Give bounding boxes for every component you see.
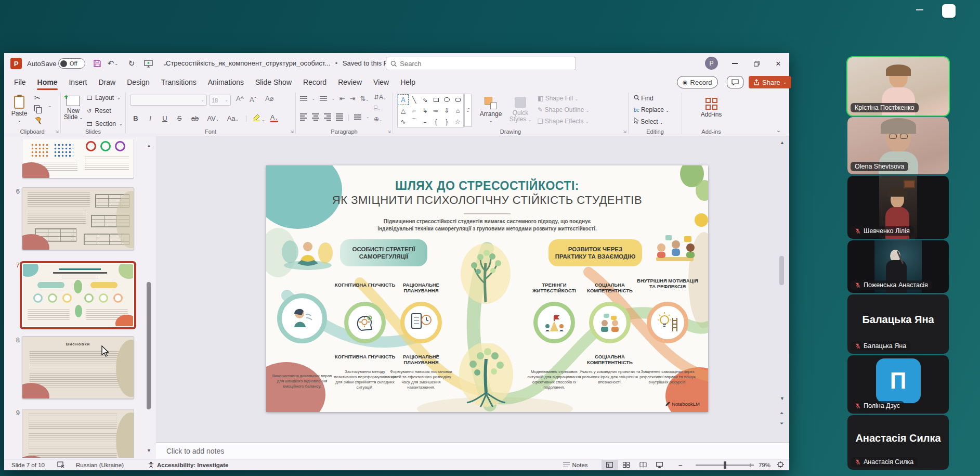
drawing-dialog-launcher[interactable]: ⇲ [623, 130, 626, 134]
notes-placeholder[interactable]: Click to add notes [166, 447, 224, 455]
slide-scrollbar[interactable] [779, 256, 784, 285]
zoom-slider-thumb[interactable] [724, 461, 726, 469]
thumbnail-slide-9[interactable] [22, 409, 134, 458]
record-button[interactable]: ◉Record [677, 76, 718, 88]
text-direction-button[interactable]: ⇵A⌄ [374, 94, 386, 101]
tab-file[interactable]: File [8, 75, 32, 89]
columns-button[interactable] [354, 114, 361, 120]
clipboard-dialog-launcher[interactable]: ⇲ [55, 130, 59, 134]
collapse-ribbon-chevron-icon[interactable]: ⌄ [776, 127, 781, 134]
search-input[interactable] [400, 60, 571, 68]
underline-button[interactable]: U [160, 114, 169, 122]
minimize-button[interactable] [724, 53, 746, 74]
convert-smartart-button[interactable]: ⊕⌄ [374, 115, 386, 123]
change-case-button[interactable]: Aa⌄ [226, 114, 240, 122]
participant-tile-balatska[interactable]: Балацька Яна Балацька Яна [847, 294, 949, 354]
proofing-icon[interactable] [57, 461, 64, 469]
strikethrough-button[interactable]: ab [189, 114, 201, 122]
comments-button[interactable] [727, 76, 743, 88]
save-button[interactable] [90, 57, 104, 70]
thumbnail-slide-6[interactable] [22, 187, 134, 250]
undo-button[interactable]: ↶⌄ [106, 57, 120, 70]
new-slide-button[interactable]: + New Slide ⌄ [62, 93, 85, 121]
floating-window-icon[interactable] [942, 4, 956, 18]
tab-review[interactable]: Review [332, 75, 368, 89]
zoom-level[interactable]: 79% [759, 462, 770, 468]
cut-button[interactable]: ✂ [34, 94, 41, 102]
close-button[interactable]: ✕ [767, 53, 789, 74]
participant-tile-polina[interactable]: П Поліна Дзус [847, 355, 949, 414]
notes-panel[interactable]: Click to add notes [156, 442, 789, 459]
bullets-button[interactable] [300, 96, 307, 101]
tab-draw[interactable]: Draw [93, 75, 121, 89]
autosave-toggle[interactable]: Off [58, 58, 85, 69]
tab-view[interactable]: View [368, 75, 395, 89]
tab-insert[interactable]: Insert [63, 75, 93, 89]
paste-options-chevron-icon[interactable]: ⌄ [48, 103, 52, 108]
tab-transitions[interactable]: Transitions [155, 75, 202, 89]
restore-button[interactable] [746, 53, 767, 74]
copy-button[interactable] [34, 105, 40, 111]
justify-button[interactable] [336, 113, 343, 121]
addins-button[interactable]: Add-ins [698, 95, 725, 118]
participant-tile-anastasiia[interactable]: Анастасія Силка Анастасія Силка [847, 415, 949, 470]
notes-toggle[interactable]: Notes [563, 462, 588, 468]
participant-tile-kristina[interactable]: Крістіна Постіженко [847, 57, 949, 115]
shape-fill-button[interactable]: ◧ Shape Fill ⌄ [538, 95, 590, 102]
desktop-minimize-icon[interactable] [916, 9, 923, 10]
start-slideshow-button[interactable] [141, 57, 155, 70]
thumbnails-scroll-down-icon[interactable]: ▼ [147, 448, 151, 453]
shape-effects-button[interactable]: ❑ Shape Effects ⌄ [538, 118, 590, 125]
tab-design[interactable]: Design [121, 75, 155, 89]
accessibility-status[interactable]: Accessibility: Investigate [148, 461, 228, 468]
character-spacing-button[interactable]: AV⌄ [206, 114, 220, 122]
language-indicator[interactable]: Russian (Ukraine) [76, 462, 124, 468]
font-dialog-launcher[interactable]: ⇲ [290, 130, 294, 134]
align-text-button[interactable]: ⌸⌄ [374, 105, 386, 112]
zoom-out-button[interactable]: − [678, 461, 683, 469]
paragraph-dialog-launcher[interactable]: ⇲ [387, 130, 391, 134]
slide-sorter-view-button[interactable] [618, 460, 635, 470]
share-button[interactable]: Share⌄ [749, 76, 791, 88]
paste-button[interactable]: Paste⌄ [8, 93, 30, 123]
clear-formatting-button[interactable]: A⌀ [265, 95, 274, 102]
tab-home[interactable]: Home [32, 75, 63, 89]
highlight-color-button[interactable]: ⌄ [252, 113, 265, 123]
align-center-button[interactable] [312, 113, 319, 121]
tab-animations[interactable]: Animations [202, 75, 250, 89]
decrease-indent-button[interactable]: ⇤ [339, 95, 345, 102]
thumbnails-scrollbar[interactable] [147, 282, 151, 409]
format-painter-button[interactable] [34, 117, 42, 127]
line-spacing-button[interactable]: ⇅⌄ [360, 95, 369, 102]
participant-tile-olena[interactable]: Olena Shevtsova [847, 117, 949, 174]
numbering-button[interactable] [320, 96, 327, 101]
shape-gallery[interactable]: A ╲⇘ △⌐↳ ⇨⇩⌂ ∿⌒⌣ {}☆ [397, 94, 464, 127]
increase-indent-button[interactable]: ⇥ [350, 95, 356, 102]
fit-to-window-button[interactable] [777, 461, 784, 469]
slideshow-view-button[interactable] [651, 460, 668, 470]
tab-help[interactable]: Help [395, 75, 421, 89]
redo-button[interactable]: ↻ [125, 57, 138, 70]
font-size-select[interactable]: 18⌄ [209, 95, 231, 106]
italic-button[interactable]: I [146, 114, 155, 122]
participant-tile-pozhenska[interactable]: Поженська Анастасія [847, 240, 949, 293]
slide-scroll-down-icon[interactable]: ▼ [780, 396, 785, 401]
arrange-button[interactable]: Arrange⌄ [476, 94, 505, 123]
find-button[interactable]: Find [634, 95, 669, 102]
reading-view-button[interactable] [635, 460, 651, 470]
search-box[interactable] [386, 57, 576, 70]
align-right-button[interactable] [324, 113, 331, 121]
thumbnails-scroll-up-icon[interactable]: ▲ [147, 144, 151, 148]
section-button[interactable]: Section⌄ [87, 120, 123, 127]
shrink-font-button[interactable]: Aˇ [250, 96, 256, 104]
bold-button[interactable]: B [131, 114, 140, 122]
reset-button[interactable]: ↺Reset [87, 107, 111, 114]
tab-slide-show[interactable]: Slide Show [250, 75, 297, 89]
thumbnail-slide-8[interactable]: Висновки [22, 336, 134, 399]
replace-button[interactable]: bc Replace ⌄ [634, 106, 669, 113]
tab-record[interactable]: Record [297, 75, 332, 89]
font-name-select[interactable]: ⌄ [130, 95, 207, 106]
thumbnail-slide-7-selected[interactable] [20, 261, 136, 329]
slide-canvas[interactable]: ШЛЯХ ДО СТРЕСОСТІЙКОСТІ: ЯК ЗМІЦНИТИ ПСИ… [266, 165, 708, 412]
previous-slide-button[interactable]: ⏶ [780, 411, 783, 416]
